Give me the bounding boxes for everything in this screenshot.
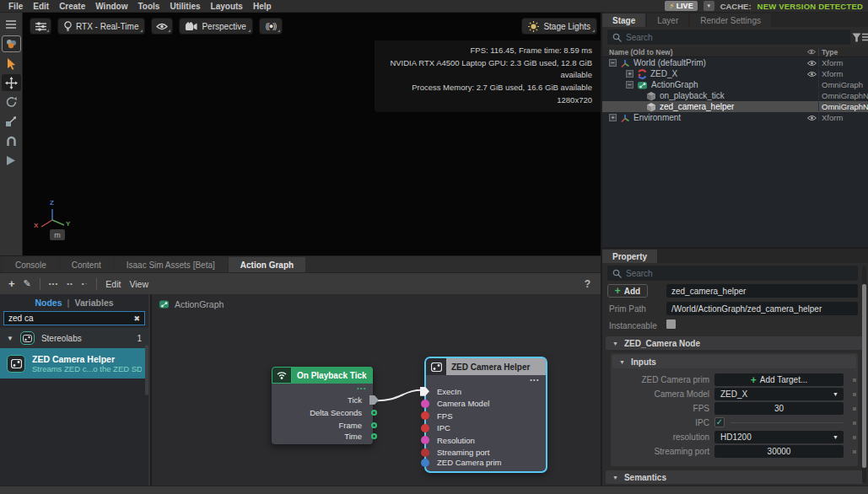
property-search-input[interactable]: Search: [607, 266, 858, 281]
viewport[interactable]: RTX - Real-Time Perspective ((●)) Stage …: [23, 13, 601, 255]
select-tool-button[interactable]: [2, 55, 21, 72]
data-port-icon[interactable]: [371, 433, 377, 439]
eye-icon[interactable]: [805, 60, 818, 67]
help-button[interactable]: ?: [585, 278, 590, 290]
selection-mode-button[interactable]: [2, 35, 21, 52]
category-stereolabs[interactable]: ▼ Stereolabs 1: [0, 328, 148, 348]
scrollbar-thumb[interactable]: [862, 284, 866, 468]
port-resolution[interactable]: Resolution: [426, 434, 546, 447]
data-port-icon[interactable]: [421, 436, 429, 444]
palette-scrollbar[interactable]: [145, 345, 148, 395]
play-button[interactable]: [2, 152, 21, 169]
audio-button[interactable]: ((●)): [259, 18, 283, 35]
clear-search-icon[interactable]: ✖: [133, 314, 140, 323]
node-search-input[interactable]: zed ca ✖: [3, 311, 145, 325]
graph-canvas[interactable]: ActionGraph On Playback Tick ••• T: [150, 294, 601, 486]
tab-console[interactable]: Console: [3, 257, 58, 272]
collapse-icon[interactable]: −: [626, 81, 633, 89]
tree-row-world[interactable]: − World (defaultPrim) Xform: [602, 57, 868, 68]
ipc-checkbox[interactable]: ✓: [714, 417, 725, 427]
new-graph-button[interactable]: +: [8, 277, 15, 290]
node-zed-camera-helper[interactable]: ZED Camera Helper ••• ExecIn Camera Mode…: [426, 358, 546, 471]
viewport-menu-icon[interactable]: [2, 16, 21, 33]
menu-tools[interactable]: Tools: [133, 2, 165, 11]
render-settings-button[interactable]: [30, 18, 51, 35]
port-execin[interactable]: ExecIn: [426, 385, 546, 398]
camera-model-dropdown[interactable]: ZED_X ▼: [714, 388, 844, 400]
fps-field[interactable]: 30: [714, 402, 844, 415]
section-semantics[interactable]: ▼ Semantics: [606, 470, 863, 484]
data-port-icon[interactable]: [371, 410, 377, 416]
menu-window[interactable]: Window: [90, 2, 132, 11]
new-version-notice[interactable]: NEW VERSION DETECTED: [757, 2, 863, 11]
tree-row-on-playback-tick[interactable]: on_playback_tick OmniGraphNode: [602, 90, 868, 101]
tree-row-zed-camera-helper[interactable]: zed_camera_helper OmniGraphNode: [602, 101, 868, 112]
move-tool-button[interactable]: [2, 74, 21, 91]
data-port-icon[interactable]: [421, 459, 429, 467]
tab-action-graph[interactable]: Action Graph: [229, 257, 305, 272]
eye-icon[interactable]: [805, 115, 818, 121]
live-dropdown-chevron-icon[interactable]: ▾: [704, 1, 714, 11]
prim-name-field[interactable]: zed_camera_helper: [666, 284, 858, 298]
expand-icon[interactable]: +: [609, 114, 617, 121]
menu-file[interactable]: File: [3, 2, 28, 11]
tab-layer[interactable]: Layer: [647, 13, 688, 27]
data-port-icon[interactable]: [371, 422, 377, 428]
rotate-tool-button[interactable]: [2, 94, 21, 110]
layout-option-icon[interactable]: •·: [82, 280, 88, 287]
data-port-icon[interactable]: [421, 424, 429, 432]
port-fps[interactable]: FPS: [426, 410, 546, 422]
renderer-selector-button[interactable]: RTX - Real-Time: [57, 18, 145, 35]
port-zed-camera-prim[interactable]: ZED Camera prim: [426, 459, 546, 471]
graph-view-menu[interactable]: View: [129, 279, 148, 289]
expand-icon[interactable]: +: [626, 70, 633, 78]
scale-tool-button[interactable]: [2, 113, 21, 130]
tab-stage[interactable]: Stage: [602, 13, 645, 27]
section-zed-camera-node[interactable]: ▼ ZED_Camera Node: [606, 336, 863, 350]
palette-item-zed-camera-helper[interactable]: ZED Camera Helper Streams ZED c...o the …: [0, 348, 148, 379]
visibility-button[interactable]: [151, 18, 173, 35]
tab-isaac-sim-assets[interactable]: Isaac Sim Assets [Beta]: [115, 257, 227, 272]
eye-icon[interactable]: [805, 71, 818, 78]
stage-search-input[interactable]: Search: [607, 30, 850, 45]
menu-help[interactable]: Help: [248, 2, 277, 11]
data-port-icon[interactable]: [421, 400, 429, 408]
tab-content[interactable]: Content: [60, 257, 113, 272]
resolution-dropdown[interactable]: HD1200 ▼: [714, 431, 844, 443]
menu-create[interactable]: Create: [54, 2, 90, 11]
menu-layouts[interactable]: Layouts: [206, 2, 248, 11]
node-options-icon[interactable]: •••: [426, 375, 546, 385]
menu-edit[interactable]: Edit: [28, 2, 54, 11]
streaming-port-field[interactable]: 30000: [714, 445, 844, 458]
palette-variables-tab[interactable]: Variables: [74, 298, 113, 308]
port-tick[interactable]: Tick: [272, 394, 373, 406]
edit-graph-pencil-icon[interactable]: ✎: [24, 278, 31, 289]
menu-utilities[interactable]: Utilities: [164, 2, 205, 11]
collapse-icon[interactable]: −: [609, 59, 617, 67]
tree-row-actiongraph[interactable]: − ActionGraph OmniGraph: [602, 79, 868, 90]
options-icon[interactable]: [862, 33, 868, 41]
add-property-button[interactable]: + Add: [607, 284, 648, 298]
data-port-icon[interactable]: [421, 448, 429, 457]
node-on-playback-tick[interactable]: On Playback Tick ••• Tick Delta Seconds …: [272, 367, 373, 444]
property-scrollbar[interactable]: [862, 266, 866, 483]
stage-tree-header[interactable]: Name (Old to New) Type: [602, 47, 868, 57]
tree-row-zed-x[interactable]: + ZED_X Xform: [602, 68, 868, 79]
port-streaming-port[interactable]: Streaming port: [426, 447, 546, 459]
port-camera-model[interactable]: Camera Model: [426, 398, 546, 411]
layout-option-icon[interactable]: •••: [49, 280, 58, 287]
snap-tool-button[interactable]: [2, 132, 21, 149]
layout-option-icon[interactable]: ••: [67, 280, 73, 287]
port-time[interactable]: Time: [272, 432, 373, 444]
prim-path-field[interactable]: /World/ActionGraph/zed_camera_helper: [666, 302, 858, 315]
tab-render-settings[interactable]: Render Settings: [690, 13, 771, 27]
node-options-icon[interactable]: •••: [272, 384, 373, 394]
instanceable-checkbox[interactable]: [666, 319, 676, 329]
exec-in-port-icon[interactable]: [420, 387, 429, 396]
tree-row-environment[interactable]: + Environment Xform: [602, 112, 868, 123]
port-ipc[interactable]: IPC: [426, 422, 546, 435]
port-frame[interactable]: Frame: [272, 419, 373, 432]
palette-nodes-tab[interactable]: Nodes: [35, 298, 62, 308]
tab-property[interactable]: Property: [602, 250, 657, 263]
add-target-button[interactable]: + Add Target...: [714, 373, 844, 386]
